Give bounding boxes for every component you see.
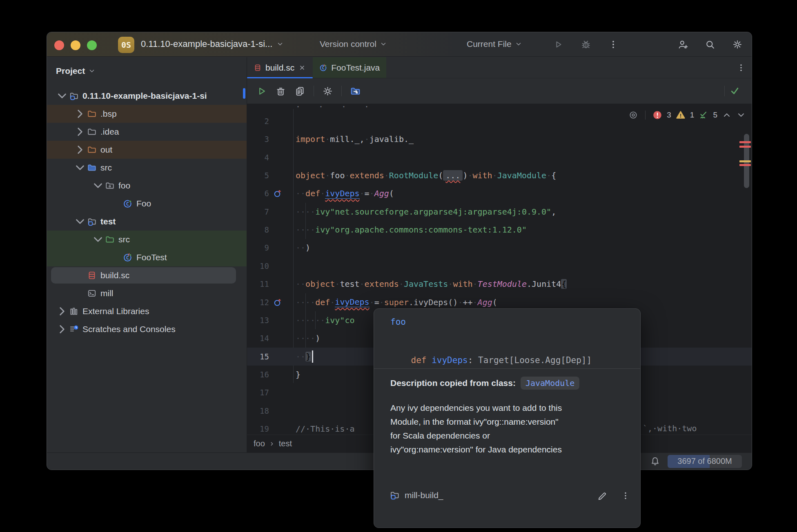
- chevron-down-icon[interactable]: [73, 217, 87, 226]
- tree-item-idea[interactable]: .idea: [47, 123, 247, 141]
- line-number[interactable]: 3: [247, 130, 269, 148]
- popup-module-name[interactable]: mill-build_: [405, 490, 443, 500]
- tab-build-sc[interactable]: build.sc: [247, 57, 313, 78]
- chevron-down-icon[interactable]: [55, 91, 69, 100]
- code-line-11[interactable]: 11··object·test·extends·JavaTests·with·T…: [247, 275, 752, 293]
- debug-button[interactable]: [581, 39, 591, 50]
- line-number[interactable]: 10: [247, 257, 269, 275]
- chevron-right-icon[interactable]: [55, 307, 69, 316]
- code-line-4[interactable]: 4: [247, 149, 752, 166]
- line-number[interactable]: 2: [247, 112, 269, 130]
- line-number[interactable]: 11: [247, 275, 269, 293]
- move-into-folder-button[interactable]: [350, 86, 361, 97]
- breadcrumb-test[interactable]: test: [279, 439, 292, 448]
- chevron-down-icon[interactable]: [91, 181, 105, 190]
- close-tab-icon[interactable]: [298, 64, 306, 72]
- more-actions-button[interactable]: [608, 39, 619, 50]
- tree-item-out[interactable]: out: [47, 141, 247, 159]
- chevron-down-icon[interactable]: [73, 163, 87, 172]
- close-window-button[interactable]: [54, 40, 64, 50]
- run-configuration-selector[interactable]: Current File: [467, 39, 522, 49]
- copy-button[interactable]: [294, 86, 305, 97]
- error-icon[interactable]: [652, 110, 662, 120]
- code-line-3[interactable]: 3import·mill._,·javalib._: [247, 130, 752, 148]
- previous-problem-button[interactable]: [722, 110, 732, 120]
- tree-item-foo[interactable]: foo: [47, 177, 247, 195]
- memory-indicator[interactable]: 3697 of 6800M: [668, 455, 742, 468]
- tree-item-mill[interactable]: mill: [47, 284, 247, 302]
- error-stripe[interactable]: [739, 141, 751, 143]
- line-number[interactable]: 16: [247, 366, 269, 383]
- run-button[interactable]: [553, 39, 563, 50]
- search-everywhere-button[interactable]: [705, 39, 715, 50]
- passed-checks-icon[interactable]: [699, 110, 708, 120]
- passed-count[interactable]: 5: [713, 111, 717, 120]
- line-number[interactable]: 6: [247, 184, 269, 202]
- code-line-8[interactable]: 8····ivy"org.apache.commons:commons-text…: [247, 221, 752, 239]
- line-number[interactable]: 8: [247, 221, 269, 239]
- tab-footest-java[interactable]: C FooTest.java: [313, 57, 386, 78]
- tree-item-src[interactable]: src: [47, 159, 247, 177]
- line-number[interactable]: 19: [247, 420, 269, 434]
- code-line-9[interactable]: 9··): [247, 239, 752, 257]
- overriding-member-gutter-icon[interactable]: [273, 298, 282, 307]
- popup-symbol-name[interactable]: foo: [390, 317, 406, 327]
- tree-item-footest[interactable]: CFooTest: [47, 248, 247, 266]
- chevron-right-icon[interactable]: [73, 127, 87, 136]
- warning-count[interactable]: 1: [690, 111, 695, 120]
- line-number[interactable]: 18: [247, 402, 269, 420]
- chevron-right-icon[interactable]: [73, 145, 87, 154]
- code-line-10[interactable]: 10: [247, 257, 752, 275]
- folder-excluded-icon: [87, 109, 97, 119]
- chevron-down-icon[interactable]: [91, 235, 105, 244]
- error-count[interactable]: 3: [667, 111, 671, 120]
- script-settings-button[interactable]: [322, 86, 333, 97]
- line-number[interactable]: 12: [247, 293, 269, 311]
- code-line-5[interactable]: 5object·foo·extends·RootModule(...)·with…: [247, 166, 752, 184]
- tree-scrollbar[interactable]: [243, 88, 245, 99]
- highlighting-level-icon[interactable]: [628, 110, 638, 120]
- javamodule-link[interactable]: JavaModule: [521, 377, 579, 390]
- code-line-6[interactable]: 6··def·ivyDeps·=·Agg(: [247, 184, 752, 202]
- error-stripe[interactable]: [739, 164, 751, 166]
- vcs-widget[interactable]: Version control: [320, 39, 387, 49]
- code-with-me-button[interactable]: [677, 39, 688, 50]
- project-tool-window-header[interactable]: Project: [56, 66, 96, 76]
- chevron-right-icon[interactable]: [73, 109, 87, 118]
- tree-item-test[interactable]: test: [47, 213, 247, 231]
- tree-item-0-11-10-example-basicjava-1-si[interactable]: 0.11.10-example-basicjava-1-si: [47, 87, 247, 105]
- warning-icon[interactable]: [676, 110, 686, 120]
- error-stripe[interactable]: [739, 146, 751, 148]
- project-selector[interactable]: 0.11.10-example-basicjava-1-si...: [141, 39, 284, 49]
- tree-item-scratches-and-consoles[interactable]: Scratches and Consoles: [47, 320, 247, 338]
- delete-button[interactable]: [275, 86, 286, 97]
- line-number[interactable]: 4: [247, 149, 269, 166]
- checks-passed-icon[interactable]: [729, 85, 740, 96]
- tree-item-foo[interactable]: CFoo: [47, 195, 247, 213]
- line-number[interactable]: 15: [247, 348, 269, 366]
- breadcrumb-foo[interactable]: foo: [254, 439, 265, 448]
- line-number[interactable]: 17: [247, 383, 269, 401]
- settings-button[interactable]: [732, 39, 743, 50]
- next-problem-button[interactable]: [736, 110, 746, 120]
- tree-item-src[interactable]: src: [47, 231, 247, 248]
- maximize-window-button[interactable]: [87, 40, 97, 50]
- tab-options-button[interactable]: [736, 63, 746, 73]
- tree-item-build-sc[interactable]: build.sc: [47, 266, 247, 284]
- line-number[interactable]: 5: [247, 166, 269, 184]
- minimize-window-button[interactable]: [71, 40, 80, 50]
- notifications-bell-icon[interactable]: [650, 456, 660, 466]
- chevron-right-icon[interactable]: [55, 325, 69, 334]
- overriding-member-gutter-icon[interactable]: [273, 189, 282, 198]
- edit-source-icon[interactable]: [597, 491, 608, 501]
- line-number[interactable]: 9: [247, 239, 269, 257]
- line-number[interactable]: 14: [247, 329, 269, 347]
- tree-item-external-libraries[interactable]: External Libraries: [47, 302, 247, 320]
- warning-stripe[interactable]: [739, 160, 751, 162]
- popup-options-icon[interactable]: [621, 491, 630, 501]
- run-script-button[interactable]: [256, 86, 267, 97]
- line-number[interactable]: 13: [247, 311, 269, 329]
- tree-item-bsp[interactable]: .bsp: [47, 105, 247, 123]
- code-line-7[interactable]: 7····ivy"net.sourceforge.argparse4j:argp…: [247, 203, 752, 221]
- line-number[interactable]: 7: [247, 203, 269, 221]
